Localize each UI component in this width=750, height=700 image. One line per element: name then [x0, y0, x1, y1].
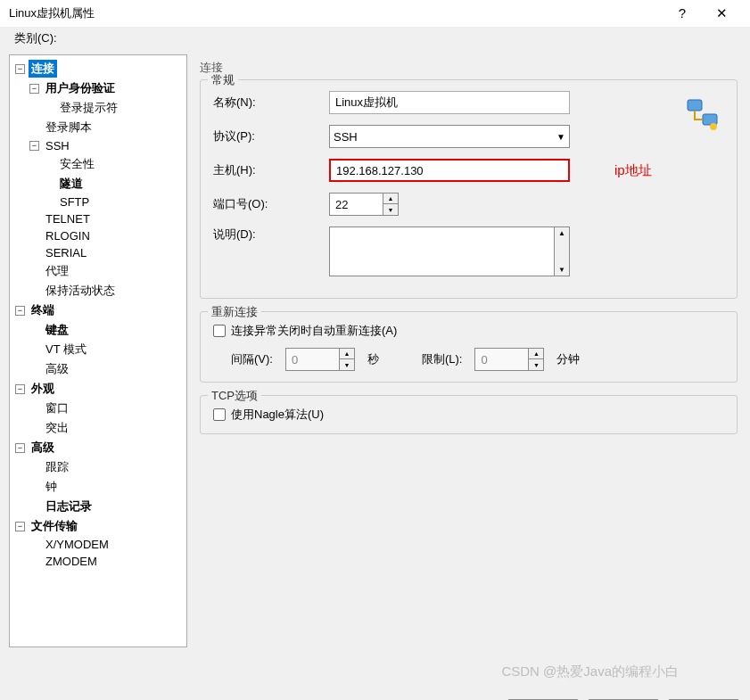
- expander-icon[interactable]: −: [29, 141, 39, 151]
- desc-textarea[interactable]: [329, 226, 554, 276]
- help-button[interactable]: ?: [663, 0, 702, 27]
- tree-ssh[interactable]: SSH: [43, 138, 72, 153]
- tree-appearance[interactable]: 外观: [29, 380, 57, 398]
- tree-telnet[interactable]: TELNET: [43, 211, 93, 226]
- reconnect-group: 重新连接 连接异常关闭时自动重新连接(A) 间隔(V): ▲▼ 秒 限制(L):…: [200, 311, 738, 383]
- interval-label: 间隔(V):: [231, 351, 273, 367]
- protocol-select[interactable]: SSH ▼: [329, 125, 570, 148]
- limit-label: 限制(L):: [422, 351, 463, 367]
- tree-advanced-t[interactable]: 高级: [43, 360, 71, 378]
- auto-reconnect-label: 连接异常关闭时自动重新连接(A): [231, 323, 397, 339]
- interval-unit: 秒: [367, 351, 379, 367]
- tree-user-auth[interactable]: 用户身份验证: [43, 79, 118, 97]
- dialog-footer: 连接 确定 取消: [0, 692, 750, 700]
- tree-bell[interactable]: 钟: [43, 478, 60, 496]
- network-icon: [685, 96, 721, 135]
- svg-point-2: [710, 123, 717, 130]
- tree-sftp[interactable]: SFTP: [57, 194, 92, 210]
- general-legend: 常规: [208, 72, 238, 88]
- name-input[interactable]: [329, 91, 570, 114]
- spin-down-icon[interactable]: ▼: [340, 359, 354, 370]
- tcp-group: TCP选项 使用Nagle算法(U): [200, 395, 738, 434]
- title-bar: Linux虚拟机属性 ? ✕: [0, 0, 750, 27]
- host-label: 主机(H):: [213, 162, 329, 178]
- limit-unit: 分钟: [556, 351, 580, 367]
- protocol-label: 协议(P):: [213, 128, 329, 144]
- tree-terminal[interactable]: 终端: [29, 301, 57, 319]
- tree-logging[interactable]: 日志记录: [43, 498, 95, 515]
- tree-login-prompt[interactable]: 登录提示符: [57, 99, 120, 117]
- port-input[interactable]: [329, 193, 383, 216]
- auto-reconnect-checkbox[interactable]: [213, 325, 226, 337]
- chevron-down-icon: ▼: [556, 132, 565, 142]
- name-label: 名称(N):: [213, 95, 329, 111]
- category-label: 类别(C):: [0, 27, 750, 50]
- interval-spinner[interactable]: ▲▼: [285, 348, 355, 371]
- nagle-checkbox[interactable]: [213, 408, 226, 421]
- nagle-label: 使用Nagle算法(U): [231, 407, 324, 423]
- spin-down-icon[interactable]: ▼: [383, 204, 398, 215]
- spin-up-icon[interactable]: ▲: [383, 194, 398, 204]
- expander-icon[interactable]: −: [15, 443, 25, 453]
- scroll-down-icon[interactable]: ▼: [555, 264, 569, 276]
- tree-serial[interactable]: SERIAL: [43, 245, 89, 260]
- panel-header: 连接: [196, 54, 741, 79]
- port-label: 端口号(O):: [213, 196, 329, 212]
- tree-xymodem[interactable]: X/YMODEM: [43, 537, 111, 552]
- tcp-legend: TCP选项: [208, 388, 261, 404]
- expander-icon[interactable]: −: [29, 84, 39, 94]
- tree-connection[interactable]: 连接: [29, 60, 57, 78]
- expander-icon[interactable]: −: [15, 64, 25, 74]
- tree-security[interactable]: 安全性: [57, 155, 97, 173]
- category-tree: −连接 −用户身份验证 登录提示符 登录脚本 −SSH 安全性 隧道 SFTP …: [9, 54, 187, 647]
- scrollbar[interactable]: ▲▼: [554, 226, 570, 276]
- reconnect-legend: 重新连接: [208, 304, 261, 320]
- window-title: Linux虚拟机属性: [9, 5, 663, 21]
- close-button[interactable]: ✕: [702, 0, 741, 27]
- tree-advanced[interactable]: 高级: [29, 439, 57, 457]
- tree-file-transfer[interactable]: 文件传输: [29, 517, 80, 535]
- ip-annotation: ip地址: [614, 162, 652, 179]
- expander-icon[interactable]: −: [15, 384, 25, 394]
- limit-spinner[interactable]: ▲▼: [474, 348, 544, 371]
- expander-icon[interactable]: −: [15, 522, 25, 531]
- tree-window[interactable]: 窗口: [43, 399, 71, 417]
- tree-rlogin[interactable]: RLOGIN: [43, 228, 93, 243]
- desc-label: 说明(D):: [213, 226, 329, 243]
- protocol-value: SSH: [334, 130, 358, 144]
- limit-input[interactable]: [474, 348, 528, 371]
- spin-up-icon[interactable]: ▲: [529, 349, 543, 359]
- tree-vt-mode[interactable]: VT 模式: [43, 341, 89, 358]
- spin-up-icon[interactable]: ▲: [340, 349, 354, 359]
- tree-zmodem[interactable]: ZMODEM: [43, 554, 100, 569]
- port-spinner[interactable]: ▲▼: [329, 193, 399, 216]
- scroll-up-icon[interactable]: ▲: [555, 227, 569, 239]
- tree-proxy[interactable]: 代理: [43, 262, 71, 280]
- tree-trace[interactable]: 跟踪: [43, 458, 71, 476]
- svg-rect-0: [688, 100, 702, 111]
- tree-tunnel[interactable]: 隧道: [57, 175, 86, 193]
- interval-input[interactable]: [285, 348, 339, 371]
- tree-keep-alive[interactable]: 保持活动状态: [43, 282, 118, 300]
- spin-down-icon[interactable]: ▼: [529, 359, 543, 370]
- expander-icon[interactable]: −: [15, 306, 25, 316]
- general-group: 常规 名称(N): 协议(P): SSH ▼ 主机(H): ip地址: [200, 79, 738, 299]
- svg-rect-1: [703, 114, 717, 125]
- host-input[interactable]: [329, 159, 570, 182]
- tree-keyboard[interactable]: 键盘: [43, 321, 71, 339]
- tree-highlight[interactable]: 突出: [43, 419, 71, 437]
- tree-login-script[interactable]: 登录脚本: [43, 119, 95, 136]
